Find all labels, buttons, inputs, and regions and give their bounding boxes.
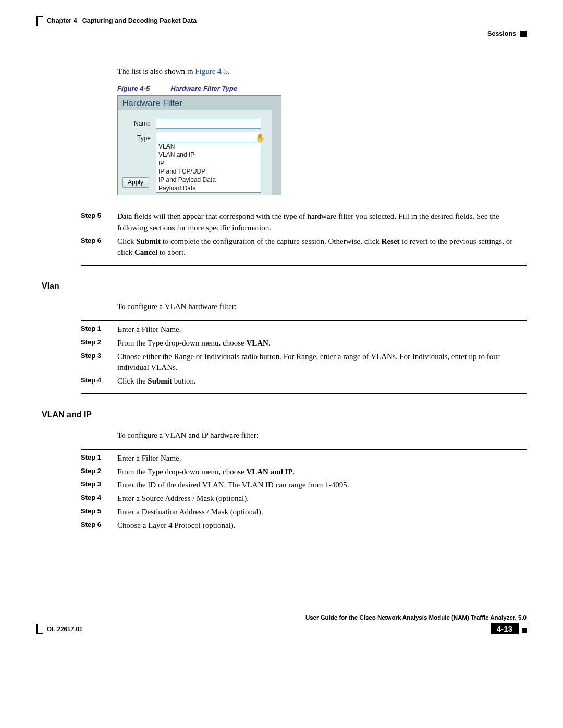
steps-rule	[81, 320, 527, 321]
name-input[interactable]	[156, 118, 261, 129]
page-header: Chapter 4 Capturing and Decoding Packet …	[36, 16, 527, 26]
steps-rule	[81, 449, 527, 450]
section-heading-vlan: Vlan	[42, 281, 527, 291]
step-label: Step 4	[81, 376, 117, 387]
section-rule	[81, 265, 527, 266]
section-name: Sessions	[487, 30, 516, 38]
vlan-intro: To configure a VLAN hardware filter:	[117, 302, 527, 311]
step-label: Step 1	[81, 324, 117, 336]
step-text: Data fields will then appear that corres…	[117, 211, 527, 234]
intro-suffix: .	[228, 67, 230, 76]
type-option[interactable]: IP and TCP/UDP	[156, 167, 261, 176]
step-text: Enter a Filter Name.	[117, 324, 527, 336]
decor-square	[522, 628, 527, 633]
guide-title: User Guide for the Cisco Network Analysi…	[305, 614, 527, 621]
figure-caption: Figure 4-5Hardware Filter Type	[117, 84, 527, 92]
vlanip-intro: To configure a VLAN and IP hardware filt…	[117, 431, 527, 440]
chapter-number: Chapter 4	[47, 17, 77, 24]
step-text: Enter the ID of the desired VLAN. The VL…	[117, 479, 527, 491]
step-text: Choose a Layer 4 Protocol (optional).	[117, 520, 527, 532]
step-label: Step 1	[81, 453, 117, 464]
step-label: Step 6	[81, 520, 117, 532]
hardware-filter-figure: Hardware Filter Name Type ✋ Apply	[117, 95, 282, 195]
step-label: Step 5	[81, 211, 117, 234]
steps-block-a: Step 5 Data fields will then appear that…	[81, 211, 527, 258]
step-row: Step 5 Data fields will then appear that…	[81, 211, 527, 234]
step-text: Choose either the Range or Individuals r…	[117, 351, 527, 374]
apply-button[interactable]: Apply	[122, 177, 149, 188]
crop-mark	[36, 16, 43, 26]
section-rule	[81, 393, 527, 394]
intro-text: The list is also shown in	[117, 67, 195, 76]
section-breadcrumb: Sessions	[36, 30, 527, 38]
step-text: From the Type drop-down menu, choose VLA…	[117, 466, 527, 478]
type-option[interactable]: IP and Payload Data	[156, 176, 261, 184]
figure-number: Figure 4-5	[117, 84, 150, 92]
page-number: 4-13	[491, 623, 519, 634]
intro-paragraph: The list is also shown in Figure 4-5.	[117, 66, 527, 77]
vlan-steps: Step 1Enter a Filter Name. Step 2From th…	[81, 324, 527, 387]
type-label: Type	[122, 134, 151, 142]
step-text: Click Submit to complete the configurati…	[117, 236, 527, 259]
step-text: Enter a Filter Name.	[117, 453, 527, 464]
crop-mark	[36, 624, 43, 634]
panel-sidebar-decor	[272, 110, 281, 195]
type-option[interactable]: VLAN and IP	[156, 151, 261, 159]
chapter-title: Capturing and Decoding Packet Data	[82, 17, 197, 24]
step-text: Enter a Destination Address / Mask (opti…	[117, 507, 527, 518]
figure-link[interactable]: Figure 4-5	[195, 67, 228, 76]
decor-square	[520, 31, 527, 37]
vlanip-steps: Step 1Enter a Filter Name. Step 2From th…	[81, 453, 527, 532]
hw-filter-panel-title: Hardware Filter	[118, 96, 281, 110]
figure-title: Hardware Filter Type	[170, 84, 237, 92]
page-footer: User Guide for the Cisco Network Analysi…	[36, 614, 527, 634]
section-heading-vlan-ip: VLAN and IP	[42, 410, 527, 419]
document-id: OL-22617-01	[47, 626, 82, 632]
step-label: Step 3	[81, 479, 117, 491]
type-option[interactable]: Payload Data	[156, 184, 261, 192]
step-text: Click the Submit button.	[117, 376, 527, 387]
step-label: Step 3	[81, 351, 117, 374]
step-label: Step 2	[81, 338, 117, 349]
step-label: Step 4	[81, 493, 117, 504]
type-option[interactable]: VLAN	[156, 142, 261, 151]
step-label: Step 6	[81, 236, 117, 259]
step-text: Enter a Source Address / Mask (optional)…	[117, 493, 527, 504]
type-dropdown-list[interactable]: VLAN VLAN and IP IP IP and TCP/UDP IP an…	[156, 142, 261, 193]
step-row: Step 6 Click Submit to complete the conf…	[81, 236, 527, 259]
step-label: Step 2	[81, 466, 117, 478]
name-label: Name	[122, 120, 151, 127]
step-label: Step 5	[81, 507, 117, 518]
step-text: From the Type drop-down menu, choose VLA…	[117, 338, 527, 349]
type-option[interactable]: IP	[156, 159, 261, 167]
